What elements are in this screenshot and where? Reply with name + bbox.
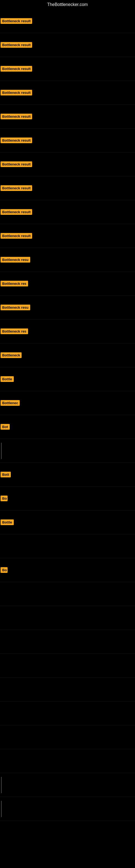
table-row bbox=[0, 678, 135, 702]
divider-line bbox=[1, 777, 2, 793]
bottleneck-result-badge: Bottleneck result bbox=[1, 90, 32, 95]
table-row: Bottle bbox=[0, 510, 135, 534]
table-row: Bot bbox=[0, 415, 135, 439]
table-row bbox=[0, 582, 135, 606]
divider-line bbox=[1, 801, 2, 817]
table-row bbox=[0, 630, 135, 654]
bottleneck-result-badge: Bottleneck result bbox=[1, 233, 32, 239]
table-row: Bott bbox=[0, 463, 135, 487]
bottleneck-result-badge: Bottleneck result bbox=[1, 66, 32, 72]
bottleneck-result-badge: Bottleneck resu bbox=[1, 257, 30, 262]
table-row bbox=[0, 725, 135, 749]
table-row: Bo bbox=[0, 487, 135, 510]
table-row bbox=[0, 534, 135, 558]
table-row: Bottleneck result bbox=[0, 81, 135, 105]
rows-container: Bottleneck resultBottleneck resultBottle… bbox=[0, 9, 135, 821]
table-row: Bottleneck result bbox=[0, 105, 135, 129]
table-row bbox=[0, 654, 135, 678]
bottleneck-result-badge: Bott bbox=[1, 472, 11, 477]
table-row: Bottleneck res bbox=[0, 272, 135, 296]
table-row: Bo bbox=[0, 558, 135, 582]
table-row: Bottleneck result bbox=[0, 200, 135, 224]
bottleneck-result-badge: Bottleneck result bbox=[1, 185, 32, 191]
bottleneck-result-badge: Bottle bbox=[1, 520, 14, 525]
table-row bbox=[0, 702, 135, 725]
table-row: Bottleneck result bbox=[0, 33, 135, 57]
bottleneck-result-badge: Bottleneck result bbox=[1, 18, 32, 24]
bottleneck-result-badge: Bo bbox=[1, 567, 8, 573]
bottleneck-result-badge: Bottle bbox=[1, 376, 14, 382]
bottleneck-result-badge: Bottleneck res bbox=[1, 281, 28, 286]
bottleneck-result-badge: Bottleneck result bbox=[1, 209, 32, 215]
bottleneck-result-badge: Bo bbox=[1, 496, 8, 501]
bottleneck-result-badge: Bottleneck bbox=[1, 352, 21, 358]
table-row bbox=[0, 439, 135, 463]
bottleneck-result-badge: Bot bbox=[1, 424, 10, 430]
bottleneck-result-badge: Bottleneck resu bbox=[1, 305, 30, 310]
divider-line bbox=[1, 443, 2, 459]
bottleneck-result-badge: Bottleneck res bbox=[1, 329, 28, 334]
table-row: Bottleneck result bbox=[0, 176, 135, 200]
page-title: TheBottlenecker.com bbox=[0, 0, 135, 9]
table-row: Bottleneck bbox=[0, 343, 135, 367]
bottleneck-result-badge: Bottleneck result bbox=[1, 137, 32, 143]
table-row: Bottleneck result bbox=[0, 152, 135, 176]
table-row: Bottle bbox=[0, 367, 135, 391]
table-row bbox=[0, 606, 135, 630]
table-row bbox=[0, 797, 135, 821]
bottleneck-result-badge: Bottleneck result bbox=[1, 161, 32, 167]
table-row bbox=[0, 773, 135, 797]
table-row: Bottleneck result bbox=[0, 224, 135, 248]
bottleneck-result-badge: Bottleneck result bbox=[1, 42, 32, 48]
table-row bbox=[0, 749, 135, 773]
table-row: Bottlenec bbox=[0, 391, 135, 415]
table-row: Bottleneck result bbox=[0, 57, 135, 81]
table-row: Bottleneck res bbox=[0, 319, 135, 343]
bottleneck-result-badge: Bottlenec bbox=[1, 400, 20, 406]
table-row: Bottleneck resu bbox=[0, 248, 135, 272]
table-row: Bottleneck resu bbox=[0, 296, 135, 319]
table-row: Bottleneck result bbox=[0, 9, 135, 33]
bottleneck-result-badge: Bottleneck result bbox=[1, 114, 32, 119]
table-row: Bottleneck result bbox=[0, 129, 135, 152]
